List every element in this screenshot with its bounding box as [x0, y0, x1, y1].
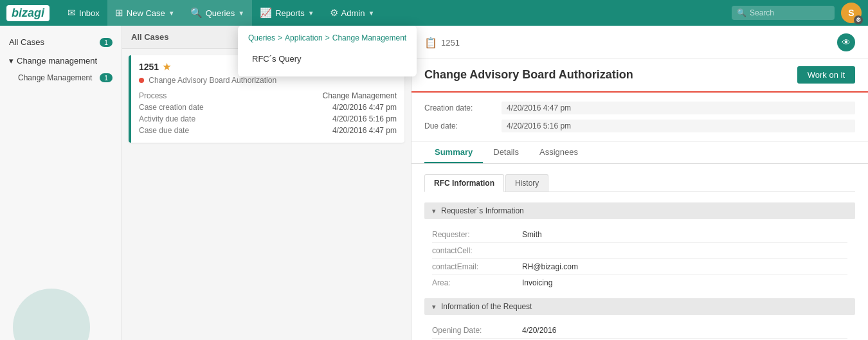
requester-chevron: ▾ [432, 207, 436, 215]
section-requester-body: Requester: Smith contactCell: contactEma… [424, 224, 855, 298]
tab-details[interactable]: Details [483, 142, 529, 163]
detail-fields: Creation date: 4/20/2016 4:47 pm Due dat… [411, 93, 868, 142]
sidebar-all-cases-badge: 1 [100, 38, 113, 47]
dropdown-breadcrumb: Queries > Application > Change Managemen… [248, 33, 406, 42]
search-wrapper: 🔍 [732, 6, 835, 20]
inner-tab-history[interactable]: History [505, 174, 548, 192]
area-label: Area: [432, 278, 522, 287]
sidebar-all-cases-label: All Cases [9, 37, 44, 47]
queries-arrow: ▼ [238, 10, 244, 17]
contact-email-label: contactEmail: [432, 262, 522, 271]
breadcrumb-application[interactable]: Application [285, 33, 323, 42]
opening-date-label: Opening Date: [432, 326, 522, 335]
admin-label: Admin [341, 8, 365, 18]
work-on-it-button[interactable]: Work on it [797, 66, 855, 84]
section-request-body: Opening Date: 4/20/2016 Status: Requeste… [424, 320, 855, 340]
case-id: 1251 [139, 62, 159, 72]
detail-panel: 📋 1251 👁 Change Advisory Board Authoriza… [411, 26, 868, 340]
requester-label: Requester: [432, 230, 522, 239]
section-requester-header: ▾ Requester´s Information [424, 202, 855, 219]
search-input[interactable] [732, 6, 835, 20]
search-nav-icon: 🔍 [737, 8, 746, 17]
creation-date-label: Creation date: [424, 103, 502, 112]
case-due-value: 4/20/2016 4:47 pm [332, 126, 397, 135]
sidebar-change-management-item[interactable]: Change Management 1 [0, 69, 122, 86]
tab-summary[interactable]: Summary [424, 142, 483, 163]
section-request-header: ▾ Information of the Request [424, 298, 855, 315]
field-contact-cell: contactCell: [432, 243, 847, 259]
avatar-initial: S [848, 8, 854, 18]
avatar[interactable]: S ⚙ [841, 3, 862, 23]
app-body: All Cases 1 ▾ Change management Change M… [0, 26, 868, 340]
detail-header: 📋 1251 👁 [411, 26, 868, 58]
case-row-process: Process Change Management [139, 90, 397, 102]
breadcrumb-sep2: > [325, 33, 330, 42]
due-date-label: Due date: [424, 121, 502, 130]
breadcrumb-change-management[interactable]: Change Management [332, 33, 406, 42]
new-case-arrow: ▼ [168, 10, 175, 17]
area-value: Invoicing [522, 278, 552, 287]
request-title: Information of the Request [441, 302, 532, 311]
new-case-icon: ⊞ [115, 7, 123, 19]
field-due-date: Due date: 4/20/2016 5:16 pm [424, 117, 855, 135]
inner-tabs: RFC Information History [424, 174, 855, 192]
case-card-subtitle: Change Advisory Board Authorization [139, 76, 397, 85]
case-icon: 📋 [424, 37, 437, 49]
field-contact-email: contactEmail: RH@bizagi.com [432, 259, 847, 275]
star-icon: ★ [163, 62, 171, 72]
sidebar-sub-label: Change Management [18, 73, 92, 82]
sidebar-group-label-text: Change management [17, 56, 97, 66]
avatar-gear-icon: ⚙ [854, 15, 863, 24]
sidebar: All Cases 1 ▾ Change management Change M… [0, 26, 122, 340]
admin-icon: ⚙ [330, 7, 338, 19]
sidebar-all-cases[interactable]: All Cases 1 [0, 32, 122, 52]
field-requester: Requester: Smith [432, 227, 847, 243]
opening-date-value: 4/20/2016 [522, 326, 556, 335]
detail-title: Change Advisory Board Authorization [424, 68, 633, 82]
sidebar-sub-badge: 1 [100, 73, 113, 82]
sidebar-decoration [0, 289, 122, 340]
nav-queries[interactable]: 🔍 Queries ▼ [183, 0, 252, 26]
eye-icon: 👁 [842, 37, 851, 48]
creation-label: Case creation date [139, 103, 204, 112]
inner-tab-rfc[interactable]: RFC Information [424, 174, 504, 192]
collapse-icon: ▾ [9, 56, 14, 66]
inbox-icon: ✉ [68, 7, 76, 19]
nav-inbox[interactable]: ✉ Inbox [60, 0, 107, 26]
sidebar-group-change-management[interactable]: ▾ Change management [0, 52, 122, 69]
detail-case-id-value: 1251 [441, 38, 460, 48]
dropdown-rfc-query[interactable]: RFC´s Query [248, 49, 406, 69]
detail-title-bar: Change Advisory Board Authorization Work… [411, 58, 868, 93]
activity-due-value: 4/20/2016 5:16 pm [332, 114, 397, 123]
requester-value: Smith [522, 230, 542, 239]
queries-label: Queries [206, 8, 235, 18]
reports-icon: 📈 [260, 7, 272, 19]
detail-tabs: Summary Details Assignees [411, 142, 868, 164]
app-logo: bizagi [6, 5, 50, 21]
case-subtitle-text: Change Advisory Board Authorization [149, 76, 276, 85]
creation-date-value: 4/20/2016 4:47 pm [502, 102, 855, 114]
queries-dropdown: Queries > Application > Change Managemen… [238, 26, 417, 76]
detail-content: RFC Information History ▾ Requester´s In… [411, 164, 868, 340]
field-creation-date: Creation date: 4/20/2016 4:47 pm [424, 99, 855, 117]
case-row-activity-due: Activity due date 4/20/2016 5:16 pm [139, 113, 397, 125]
case-due-label: Case due date [139, 126, 189, 135]
field-opening-date: Opening Date: 4/20/2016 [432, 323, 847, 339]
new-case-label: New Case [127, 8, 165, 18]
detail-case-id: 📋 1251 [424, 37, 460, 49]
case-row-creation: Case creation date 4/20/2016 4:47 pm [139, 102, 397, 113]
nav-admin[interactable]: ⚙ Admin ▼ [322, 0, 383, 26]
nav-reports[interactable]: 📈 Reports ▼ [252, 0, 321, 26]
field-area: Area: Invoicing [432, 275, 847, 291]
activity-due-label: Activity due date [139, 114, 195, 123]
inbox-label: Inbox [79, 8, 100, 18]
request-chevron: ▾ [432, 303, 436, 311]
contact-cell-label: contactCell: [432, 246, 522, 255]
breadcrumb-queries[interactable]: Queries [248, 33, 275, 42]
nav-new-case[interactable]: ⊞ New Case ▼ [107, 0, 183, 26]
tab-assignees[interactable]: Assignees [529, 142, 588, 163]
process-value: Change Management [323, 91, 397, 100]
contact-email-value: RH@bizagi.com [522, 262, 578, 271]
eye-button[interactable]: 👁 [837, 33, 855, 51]
requester-title: Requester´s Information [441, 206, 524, 215]
